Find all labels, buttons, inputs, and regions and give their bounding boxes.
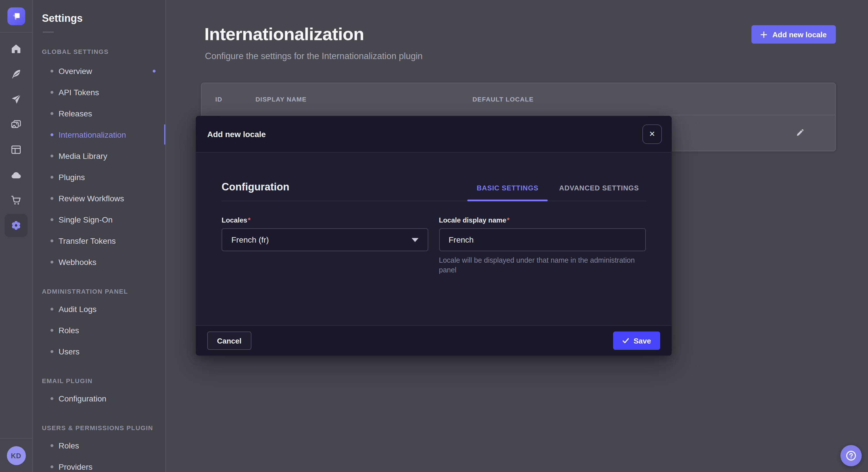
edit-locale-button[interactable] — [793, 125, 808, 141]
save-button[interactable]: Save — [613, 332, 660, 350]
section-items-admin: Audit Logs Roles Users — [33, 298, 165, 362]
bullet-dot — [51, 329, 53, 332]
bullet-dot — [51, 397, 53, 400]
media-library-icon[interactable] — [5, 113, 28, 136]
sidebar-item-audit-logs[interactable]: Audit Logs — [33, 298, 165, 319]
sidebar-item-webhooks[interactable]: Webhooks — [33, 251, 165, 272]
content-manager-icon[interactable] — [5, 138, 28, 161]
cloud-icon[interactable] — [5, 164, 28, 187]
modal-body: Configuration BASIC SETTINGS ADVANCED SE… — [196, 153, 672, 275]
settings-sidebar: Settings GLOBAL SETTINGS Overview API To… — [33, 0, 166, 472]
add-new-locale-modal: Add new locale ✕ Configuration BASIC SET… — [196, 116, 672, 356]
plus-icon — [761, 31, 767, 38]
settings-tabs: BASIC SETTINGS ADVANCED SETTINGS — [477, 184, 646, 193]
bullet-dot — [51, 112, 53, 115]
configuration-header-row: Configuration BASIC SETTINGS ADVANCED SE… — [222, 153, 646, 201]
display-name-input[interactable] — [439, 228, 646, 251]
sidebar-item-api-tokens[interactable]: API Tokens — [33, 81, 165, 103]
required-asterisk: * — [248, 216, 250, 224]
active-item-indicator — [164, 125, 166, 144]
icon-nav-list — [5, 33, 28, 239]
sidebar-item-overview[interactable]: Overview — [33, 60, 165, 81]
modal-footer: Cancel Save — [196, 325, 672, 356]
bullet-dot — [51, 239, 53, 242]
sidebar-title: Settings — [42, 12, 165, 25]
required-asterisk: * — [507, 216, 509, 224]
page-subtitle: Configure the settings for the Internati… — [166, 45, 868, 61]
sidebar-item-admin-roles[interactable]: Roles — [33, 319, 165, 341]
check-icon — [622, 337, 629, 344]
help-button[interactable] — [840, 445, 862, 466]
chevron-down-icon — [411, 238, 418, 242]
bullet-dot — [51, 154, 53, 157]
bullet-dot — [51, 350, 53, 353]
sidebar-item-media-library[interactable]: Media Library — [33, 145, 165, 166]
sidebar-item-releases[interactable]: Releases — [33, 103, 165, 124]
question-mark-icon — [846, 450, 857, 461]
sidebar-item-internationalization[interactable]: Internationalization — [33, 124, 165, 145]
display-name-field: Locale display name* Locale will be disp… — [439, 216, 646, 275]
pencil-icon — [795, 127, 805, 137]
feather-icon[interactable] — [5, 63, 28, 86]
sidebar-item-plugins[interactable]: Plugins — [33, 166, 165, 188]
notification-dot — [153, 69, 156, 72]
section-header-email-plugin: EMAIL PLUGIN — [42, 377, 156, 384]
locales-label: Locales* — [222, 216, 428, 224]
bullet-dot — [51, 197, 53, 200]
locales-select-value: French (fr) — [231, 235, 269, 244]
home-icon[interactable] — [5, 37, 28, 60]
settings-gear-icon[interactable] — [5, 214, 28, 237]
column-header-default-locale: DEFAULT LOCALE — [472, 96, 534, 102]
bullet-dot — [51, 465, 53, 468]
sidebar-item-review-workflows[interactable]: Review Workflows — [33, 188, 165, 209]
configuration-title: Configuration — [222, 181, 289, 193]
add-new-locale-button[interactable]: Add new locale — [752, 25, 836, 43]
marketplace-cart-icon[interactable] — [5, 189, 28, 212]
user-avatar[interactable]: KD — [7, 446, 26, 465]
icon-sidebar: KD — [0, 0, 33, 472]
sidebar-item-email-configuration[interactable]: Configuration — [33, 388, 165, 409]
section-items-users-permissions: Roles Providers — [33, 435, 165, 472]
bullet-dot — [51, 307, 53, 310]
bullet-dot — [51, 91, 53, 94]
sidebar-item-users[interactable]: Users — [33, 341, 165, 362]
locales-select[interactable]: French (fr) — [222, 228, 428, 251]
section-header-administration-panel: ADMINISTRATION PANEL — [42, 288, 156, 295]
cancel-button[interactable]: Cancel — [207, 332, 251, 350]
bullet-dot — [51, 218, 53, 221]
logo-section — [0, 0, 32, 33]
display-name-label: Locale display name* — [439, 216, 646, 224]
display-name-hint: Locale will be displayed under that name… — [439, 256, 646, 275]
sidebar-item-single-sign-on[interactable]: Single Sign-On — [33, 209, 165, 230]
sidebar-item-up-roles[interactable]: Roles — [33, 435, 165, 456]
paper-plane-icon[interactable] — [5, 88, 28, 111]
locales-field: Locales* French (fr) — [222, 216, 428, 275]
sidebar-item-transfer-tokens[interactable]: Transfer Tokens — [33, 230, 165, 251]
table-header-row: ID DISPLAY NAME DEFAULT LOCALE — [202, 83, 835, 115]
bullet-dot — [51, 69, 53, 72]
bullet-dot — [51, 175, 53, 178]
section-items-global: Overview API Tokens Releases Internation… — [33, 60, 165, 272]
form-fields-row: Locales* French (fr) Locale display name… — [222, 216, 646, 275]
tab-advanced-settings[interactable]: ADVANCED SETTINGS — [559, 184, 639, 193]
modal-header: Add new locale ✕ — [196, 116, 672, 153]
column-header-display-name: DISPLAY NAME — [255, 96, 472, 102]
modal-title: Add new locale — [207, 129, 266, 138]
strapi-logo[interactable] — [7, 7, 25, 25]
bullet-dot — [51, 444, 53, 447]
sidebar-title-divider — [42, 32, 54, 33]
bullet-dot — [51, 260, 53, 263]
strapi-logo-icon — [11, 11, 21, 21]
bullet-dot — [51, 133, 53, 136]
section-header-global-settings: GLOBAL SETTINGS — [42, 48, 156, 55]
tab-basic-settings[interactable]: BASIC SETTINGS — [477, 184, 538, 193]
iconbar-footer: KD — [0, 438, 32, 472]
sidebar-item-up-providers[interactable]: Providers — [33, 456, 165, 472]
section-items-email: Configuration — [33, 388, 165, 409]
section-header-users-permissions-plugin: USERS & PERMISSIONS PLUGIN — [42, 425, 156, 431]
column-header-id: ID — [215, 96, 255, 102]
strapi-admin-window: KD Settings GLOBAL SETTINGS Overview API… — [0, 0, 868, 472]
close-icon[interactable]: ✕ — [642, 124, 662, 144]
